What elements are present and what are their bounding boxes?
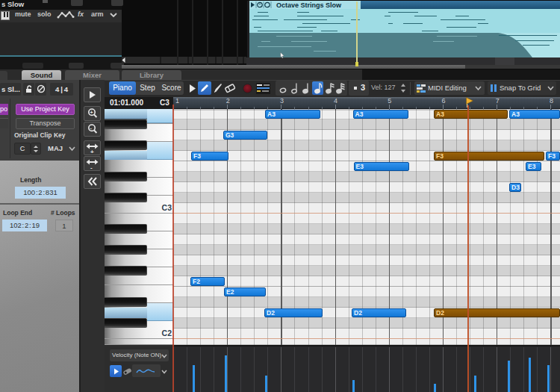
svg-text:-: - [90,164,93,170]
svg-text:+: + [90,149,94,155]
svg-text:-: - [90,125,93,131]
svg-text:+: + [90,110,93,115]
